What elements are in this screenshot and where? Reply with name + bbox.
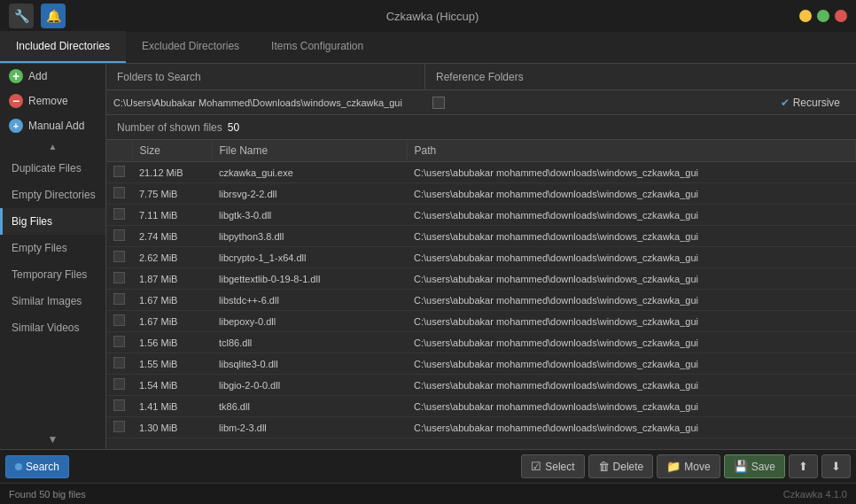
manual-icon: + (9, 119, 23, 133)
row-size: 7.75 MiB (132, 183, 212, 205)
select-button[interactable]: ☑ Select (521, 454, 584, 478)
sidebar-item-big-files[interactable]: Big Files (0, 208, 105, 235)
row-checkbox-cell[interactable] (106, 247, 132, 268)
row-filename: czkawka_gui.exe (212, 162, 407, 183)
info-icon[interactable]: 🔔 (41, 4, 66, 28)
files-table-container[interactable]: Size File Name Path 21.12 MiB czkawka_gu… (106, 140, 856, 449)
minimize-button[interactable] (799, 10, 812, 22)
table-row[interactable]: 1.56 MiB tcl86.dll C:\users\abubakar moh… (106, 332, 856, 353)
row-checkbox-cell[interactable] (106, 375, 132, 396)
maximize-button[interactable] (817, 10, 829, 22)
save-button[interactable]: 💾 Save (724, 454, 785, 478)
table-row[interactable]: 1.54 MiB libgio-2-0-0.dll C:\users\abuba… (106, 375, 856, 396)
row-checkbox-cell[interactable] (106, 311, 132, 332)
reference-checkbox[interactable] (432, 97, 445, 109)
move-icon: 📁 (666, 460, 681, 473)
table-row[interactable]: 21.12 MiB czkawka_gui.exe C:\users\abuba… (106, 162, 856, 183)
tab-included-directories[interactable]: Included Directories (0, 31, 126, 63)
row-checkbox-cell[interactable] (106, 226, 132, 247)
row-checkbox-cell[interactable] (106, 332, 132, 353)
row-checkbox-cell[interactable] (106, 162, 132, 183)
sidebar-item-similar-videos[interactable]: Similar Videos (0, 314, 105, 341)
manual-add-button[interactable]: + Manual Add (0, 113, 105, 138)
search-button[interactable]: Search (5, 455, 69, 478)
delete-label: Delete (613, 461, 644, 473)
table-row[interactable]: 7.75 MiB librsvg-2-2.dll C:\users\abubak… (106, 183, 856, 205)
row-size: 2.74 MiB (132, 226, 212, 247)
extra-btn-1[interactable]: ⬆ (789, 454, 818, 478)
search-label: Search (26, 461, 59, 473)
row-checkbox[interactable] (113, 336, 125, 347)
row-checkbox[interactable] (113, 208, 125, 220)
shown-files-row: Number of shown files 50 (106, 115, 856, 140)
row-size: 1.67 MiB (132, 311, 212, 332)
remove-button[interactable]: − Remove (0, 89, 105, 113)
row-checkbox[interactable] (113, 187, 125, 198)
select-icon: ☑ (531, 460, 541, 473)
upload-icon: ⬆ (798, 460, 808, 473)
row-checkbox[interactable] (113, 272, 125, 283)
row-checkbox[interactable] (113, 399, 125, 411)
col-checkbox (106, 140, 132, 162)
row-checkbox[interactable] (113, 378, 125, 390)
row-path: C:\users\abubakar mohammed\downloads\win… (407, 183, 856, 205)
row-size: 21.12 MiB (132, 162, 212, 183)
row-checkbox-cell[interactable] (106, 353, 132, 375)
app-title: Czkawka (Hiccup) (66, 10, 799, 23)
table-row[interactable]: 1.67 MiB libepoxy-0.dll C:\users\abubaka… (106, 311, 856, 332)
row-filename: libsqlite3-0.dll (212, 353, 407, 375)
add-button[interactable]: + Add (0, 64, 105, 89)
plus-icon: + (9, 69, 23, 83)
row-filename: libstdc++-6.dll (212, 290, 407, 311)
sidebar-item-duplicate-files[interactable]: Duplicate Files (0, 155, 105, 182)
status-bar: Found 50 big files Czkawka 4.1.0 (0, 483, 856, 504)
row-size: 2.62 MiB (132, 247, 212, 268)
row-checkbox-cell[interactable] (106, 290, 132, 311)
sidebar-item-temporary-files[interactable]: Temporary Files (0, 261, 105, 288)
row-path: C:\users\abubakar mohammed\downloads\win… (407, 353, 856, 375)
row-checkbox-cell[interactable] (106, 396, 132, 417)
status-left: Found 50 big files (9, 489, 86, 500)
table-row[interactable]: 1.41 MiB tk86.dll C:\users\abubakar moha… (106, 396, 856, 417)
table-row[interactable]: 2.62 MiB libcrypto-1_1-x64.dll C:\users\… (106, 247, 856, 268)
table-row[interactable]: 2.74 MiB libpython3.8.dll C:\users\abuba… (106, 226, 856, 247)
extra-btn-2[interactable]: ⬇ (821, 454, 851, 478)
shown-files-label: Number of shown files (117, 121, 222, 134)
sidebar-item-empty-files[interactable]: Empty Files (0, 235, 105, 261)
recursive-area: ✔ Recursive (781, 97, 849, 109)
table-row[interactable]: 1.87 MiB libgettextlib-0-19-8-1.dll C:\u… (106, 268, 856, 290)
row-checkbox-cell[interactable] (106, 205, 132, 226)
move-label: Move (684, 461, 710, 473)
row-checkbox[interactable] (113, 421, 125, 432)
bottom-bar: Search ☑ Select 🗑 Delete 📁 Move 💾 Save ⬆… (0, 449, 856, 483)
row-checkbox[interactable] (113, 293, 125, 305)
table-row[interactable]: 1.55 MiB libsqlite3-0.dll C:\users\abuba… (106, 353, 856, 375)
delete-button[interactable]: 🗑 Delete (588, 454, 654, 478)
move-button[interactable]: 📁 Move (657, 454, 720, 478)
table-row[interactable]: 7.11 MiB libgtk-3-0.dll C:\users\abubaka… (106, 205, 856, 226)
tab-items-configuration[interactable]: Items Configuration (255, 31, 379, 63)
close-button[interactable] (835, 10, 847, 22)
tab-excluded-directories[interactable]: Excluded Directories (126, 31, 255, 63)
row-checkbox[interactable] (113, 357, 125, 368)
row-checkbox-cell[interactable] (106, 183, 132, 205)
content-area: Folders to Search Reference Folders C:\U… (106, 64, 856, 449)
sidebar-item-similar-images[interactable]: Similar Images (0, 288, 105, 314)
sidebar-item-empty-directories[interactable]: Empty Directories (0, 182, 105, 208)
row-checkbox[interactable] (113, 166, 125, 177)
table-row[interactable]: 1.67 MiB libstdc++-6.dll C:\users\abubak… (106, 290, 856, 311)
table-row[interactable]: 1.30 MiB libm-2-3.dll C:\users\abubakar … (106, 417, 856, 438)
row-checkbox[interactable] (113, 251, 125, 262)
wrench-icon[interactable]: 🔧 (9, 4, 34, 28)
save-label: Save (751, 461, 775, 473)
row-checkbox[interactable] (113, 229, 125, 241)
row-size: 1.54 MiB (132, 375, 212, 396)
row-checkbox-cell[interactable] (106, 417, 132, 438)
row-checkbox-cell[interactable] (106, 268, 132, 290)
row-checkbox[interactable] (113, 314, 125, 326)
row-path: C:\users\abubakar mohammed\downloads\win… (407, 290, 856, 311)
folder-path-row: C:\Users\Abubakar Mohammed\Downloads\win… (106, 90, 856, 115)
titlebar: 🔧 🔔 Czkawka (Hiccup) (0, 0, 856, 32)
row-filename: tcl86.dll (212, 332, 407, 353)
sidebar-divider-down: ▼ (0, 430, 105, 449)
